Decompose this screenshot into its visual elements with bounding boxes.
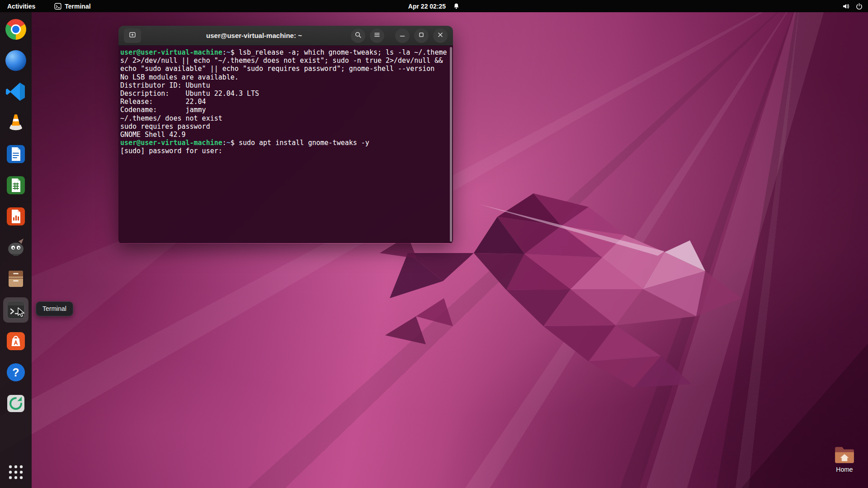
svg-text:?: ? xyxy=(12,366,19,379)
bell-icon xyxy=(453,3,460,9)
focused-app-indicator[interactable]: Terminal xyxy=(54,0,90,12)
new-tab-icon xyxy=(129,31,136,40)
home-folder[interactable]: Home xyxy=(831,446,858,473)
minimize-button[interactable] xyxy=(395,28,410,43)
terminal-line: sudo requires password xyxy=(120,122,448,131)
terminal-line: ~/.themes/ does not exist xyxy=(120,114,448,122)
maximize-icon xyxy=(418,31,425,40)
focused-app-label: Terminal xyxy=(65,3,90,10)
dock-item-terminal[interactable] xyxy=(3,297,28,323)
dock: ? xyxy=(0,12,32,488)
dock-item-updater[interactable] xyxy=(3,391,28,416)
libreoffice-calc-icon xyxy=(5,174,27,196)
terminal-line: Distributor ID: Ubuntu xyxy=(120,81,448,89)
dock-item-writer[interactable] xyxy=(3,141,28,167)
hamburger-menu-icon xyxy=(373,31,381,40)
dock-item-gimp[interactable] xyxy=(3,235,28,260)
terminal-headerbar[interactable]: user@user-virtual-machine: ~ xyxy=(118,26,453,46)
terminal-line: Release: 22.04 xyxy=(120,98,448,106)
clock-button[interactable]: Apr 22 02:25 xyxy=(408,0,460,12)
firefox-icon xyxy=(5,50,26,71)
minimize-icon xyxy=(399,31,406,40)
terminal-line: Description: Ubuntu 22.04.3 LTS xyxy=(120,89,448,98)
terminal-app-icon xyxy=(54,3,61,10)
terminal-title: user@user-virtual-machine: ~ xyxy=(155,32,354,39)
terminal-line: user@user-virtual-machine:~$ lsb_release… xyxy=(120,48,448,56)
terminal-line: [sudo] password for user: xyxy=(120,147,448,155)
home-label: Home xyxy=(831,466,858,473)
dock-item-files[interactable] xyxy=(3,266,28,291)
ubuntu-software-icon xyxy=(5,330,27,352)
terminal-line: No LSB modules are available. xyxy=(120,73,448,81)
desktop: Activities Terminal Apr 22 02:25 ? xyxy=(0,0,868,488)
vscode-icon xyxy=(5,81,27,103)
terminal-line: echo "sudo available" || echo "sudo requ… xyxy=(120,65,448,73)
chrome-icon xyxy=(5,19,26,40)
maximize-button[interactable] xyxy=(414,28,429,43)
terminal-output: user@user-virtual-machine:~$ lsb_release… xyxy=(118,46,453,155)
terminal-line: user@user-virtual-machine:~$ sudo apt in… xyxy=(120,139,448,147)
libreoffice-impress-icon xyxy=(5,206,27,227)
power-icon xyxy=(856,3,863,9)
home-folder-icon xyxy=(831,446,858,465)
top-bar: Activities Terminal Apr 22 02:25 xyxy=(0,0,868,12)
libreoffice-writer-icon xyxy=(5,143,27,165)
dock-items: ? xyxy=(3,17,28,416)
activities-label: Activities xyxy=(7,3,35,10)
show-applications-icon xyxy=(5,461,27,483)
menu-button[interactable] xyxy=(370,28,384,43)
gimp-icon xyxy=(5,237,27,258)
clock-label: Apr 22 02:25 xyxy=(408,3,446,10)
volume-icon xyxy=(842,3,849,10)
dock-item-help[interactable]: ? xyxy=(3,360,28,385)
new-tab-button[interactable] xyxy=(124,28,141,43)
software-updater-icon xyxy=(5,393,27,414)
help-icon: ? xyxy=(5,361,27,383)
show-applications-button[interactable] xyxy=(3,460,28,485)
dock-item-calc[interactable] xyxy=(3,173,28,198)
activities-button[interactable]: Activities xyxy=(0,0,42,12)
dock-item-vscode[interactable] xyxy=(3,79,28,104)
terminal-window: user@user-virtual-machine: ~ xyxy=(118,26,453,244)
dock-item-software[interactable] xyxy=(3,328,28,354)
close-button[interactable] xyxy=(433,28,448,43)
terminal-body[interactable]: user@user-virtual-machine:~$ lsb_release… xyxy=(118,46,453,243)
terminal-scrollbar[interactable] xyxy=(450,47,452,242)
files-icon xyxy=(5,268,27,290)
dock-item-firefox[interactable] xyxy=(3,48,28,73)
system-indicators[interactable] xyxy=(842,0,868,12)
search-icon xyxy=(354,31,362,40)
dock-item-chrome[interactable] xyxy=(3,17,28,42)
terminal-line: GNOME Shell 42.9 xyxy=(120,131,448,139)
terminal-icon xyxy=(5,299,27,321)
terminal-line: Codename: jammy xyxy=(120,106,448,114)
dock-tooltip: Terminal xyxy=(36,301,73,316)
dock-item-vlc[interactable] xyxy=(3,110,28,136)
vlc-icon xyxy=(5,112,27,134)
dock-item-impress[interactable] xyxy=(3,204,28,229)
terminal-line: s/ 2>/dev/null || echo "~/.themes/ does … xyxy=(120,56,448,65)
close-icon xyxy=(437,31,444,40)
